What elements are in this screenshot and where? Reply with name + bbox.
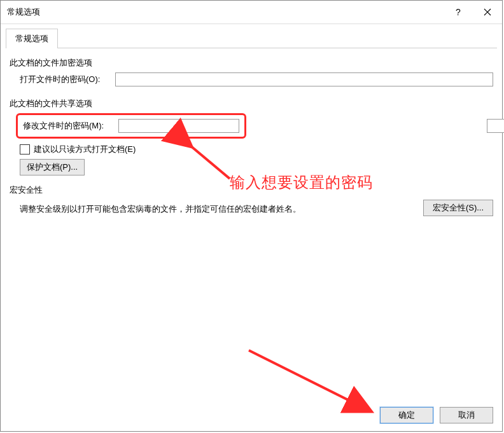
dialog-footer: 确定 取消	[380, 407, 493, 423]
open-password-row: 打开文件时的密码(O):	[10, 72, 493, 86]
dialog-body: 此文档的文件加密选项 打开文件时的密码(O): 此文档的文件共享选项 修改文件时…	[6, 48, 497, 225]
open-password-input[interactable]	[115, 72, 493, 86]
annotation-arrow-ok-icon	[242, 344, 382, 422]
ok-button[interactable]: 确定	[380, 407, 433, 423]
modify-password-row: 修改文件时的密码(M):	[10, 113, 493, 139]
readonly-row: 建议以只读方式打开文档(E)	[10, 144, 493, 155]
modify-password-input-ext[interactable]	[487, 119, 504, 133]
modify-password-label: 修改文件时的密码(M):	[23, 120, 118, 132]
open-password-label: 打开文件时的密码(O):	[20, 74, 115, 85]
tabstrip: 常规选项	[6, 28, 502, 48]
encrypt-section-label: 此文档的文件加密选项	[10, 57, 493, 69]
tab-general[interactable]: 常规选项	[6, 29, 58, 48]
protect-document-button[interactable]: 保护文档(P)...	[20, 159, 85, 175]
annotation-highlight-box: 修改文件时的密码(M):	[16, 113, 246, 139]
titlebar: 常规选项 ?	[1, 1, 502, 24]
macro-security-button[interactable]: 宏安全性(S)...	[423, 200, 493, 216]
close-icon[interactable]	[473, 1, 502, 24]
dialog-window: 常规选项 ? 常规选项 此文档的文件加密选项 打开文件时的密码(O): 此文档的…	[0, 0, 503, 432]
macro-row: 调整安全级别以打开可能包含宏病毒的文件，并指定可信任的宏创建者姓名。 宏安全性(…	[10, 200, 493, 219]
readonly-label: 建议以只读方式打开文档(E)	[34, 144, 136, 155]
annotation-text: 输入想要设置的密码	[230, 172, 373, 193]
svg-line-1	[249, 350, 370, 411]
window-controls: ?	[444, 1, 502, 24]
modify-password-input[interactable]	[118, 119, 239, 133]
macro-description: 调整安全级别以打开可能包含宏病毒的文件，并指定可信任的宏创建者姓名。	[20, 203, 301, 215]
cancel-button[interactable]: 取消	[440, 407, 493, 423]
share-section-label: 此文档的文件共享选项	[10, 98, 493, 109]
readonly-checkbox[interactable]	[20, 144, 30, 155]
window-title: 常规选项	[7, 6, 40, 18]
help-icon[interactable]: ?	[444, 1, 473, 24]
